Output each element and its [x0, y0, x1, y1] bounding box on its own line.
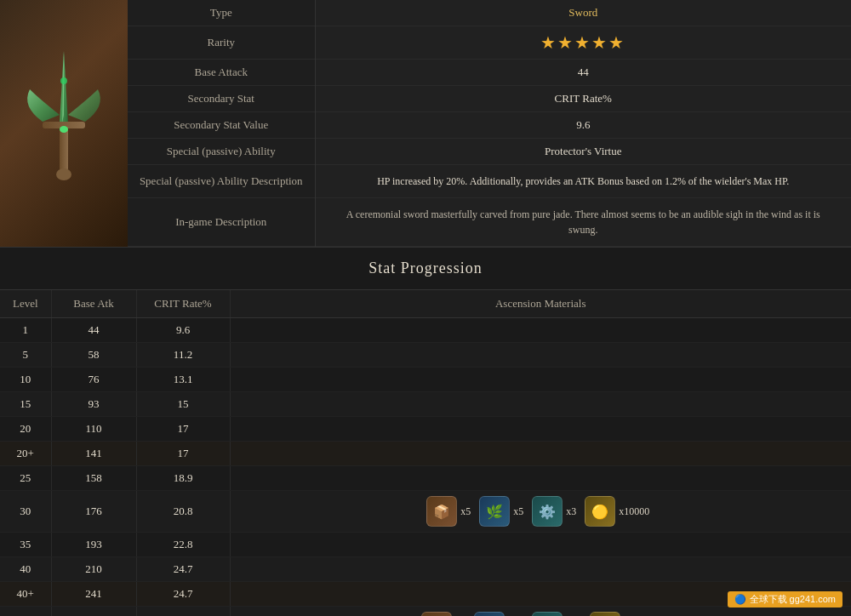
table-row: 159315: [0, 392, 851, 417]
cell-level: 40: [0, 557, 51, 582]
svg-point-6: [60, 126, 68, 133]
rarity-row: Rarity ★★★★★: [128, 26, 851, 60]
secondary-stat-value: CRIT Rate%: [315, 86, 851, 112]
cell-level: 10: [0, 368, 51, 392]
secondary-stat-value-value: 9.6: [315, 112, 851, 139]
cell-atk: 110: [51, 417, 136, 442]
svg-rect-4: [60, 128, 68, 171]
cell-level: 20+: [0, 442, 51, 466]
material-icon: 🟡: [590, 612, 620, 616]
table-row: 2011017: [0, 417, 851, 442]
cell-crit: 17: [136, 442, 230, 466]
cell-atk: 93: [51, 392, 136, 417]
special-ability-label: Special (passive) Ability: [128, 139, 315, 165]
progression-table: Level Base Atk CRIT Rate% Ascension Mate…: [0, 290, 851, 616]
header-ascension: Ascension Materials: [230, 290, 851, 318]
material-icon: 🟡: [585, 496, 615, 527]
cell-crit: 18.9: [136, 466, 230, 491]
material-count: x3: [566, 505, 576, 518]
table-row: 40+24124.7: [0, 582, 851, 607]
material-icon: 🌿: [474, 612, 505, 616]
table-row: 1449.6: [0, 318, 851, 343]
watermark: 🔵 全球下载 gg241.com: [728, 591, 842, 607]
cell-level: 1: [0, 318, 51, 343]
special-ability-value: Protector's Virtue: [315, 139, 851, 165]
cell-level: 25: [0, 466, 51, 491]
cell-atk: 176: [51, 491, 136, 533]
stat-progression-title: Stat Progression: [0, 248, 851, 290]
material-icon: 🌿: [479, 496, 510, 527]
cell-materials: 📦x5🌿x18⚙️x12🟡x20000: [230, 607, 851, 617]
cell-materials: [230, 533, 851, 557]
cell-level: 45: [0, 607, 51, 617]
cell-materials: [230, 442, 851, 466]
cell-materials: [230, 343, 851, 368]
secondary-stat-label: Secondary Stat: [128, 86, 315, 112]
material-count: x10000: [619, 505, 649, 518]
svg-point-3: [60, 77, 67, 84]
material-count: x5: [513, 505, 523, 518]
base-attack-value: 44: [315, 60, 851, 86]
special-ability-desc-row: Special (passive) Ability Description HP…: [128, 165, 851, 198]
cell-crit: 15: [136, 392, 230, 417]
table-header-row: Level Base Atk CRIT Rate% Ascension Mate…: [0, 290, 851, 318]
cell-level: 35: [0, 533, 51, 557]
cell-materials: [230, 417, 851, 442]
special-ability-row: Special (passive) Ability Protector's Vi…: [128, 139, 851, 165]
type-row: Type Sword: [128, 0, 851, 26]
cell-crit: 24.7: [136, 582, 230, 607]
cell-materials: 📦x5🌿x5⚙️x3🟡x10000: [230, 491, 851, 533]
secondary-stat-row: Secondary Stat CRIT Rate%: [128, 86, 851, 112]
table-row: 4021024.7: [0, 557, 851, 582]
cell-crit: 22.8: [136, 533, 230, 557]
header-crit-rate: CRIT Rate%: [136, 290, 230, 318]
type-label: Type: [128, 0, 315, 26]
material-icon: ⚙️: [532, 612, 563, 616]
cell-atk: 210: [51, 557, 136, 582]
table-row: 20+14117: [0, 442, 851, 466]
base-attack-row: Base Attack 44: [128, 60, 851, 86]
in-game-desc-value: A ceremonial sword masterfully carved fr…: [315, 198, 851, 247]
secondary-stat-value-label: Secondary Stat Value: [128, 112, 315, 139]
cell-atk: 258: [51, 607, 136, 617]
cell-atk: 241: [51, 582, 136, 607]
header-level: Level: [0, 290, 51, 318]
rarity-stars: ★★★★★: [315, 26, 851, 60]
table-row: 3519322.8: [0, 533, 851, 557]
watermark-text: 🔵 全球下载 gg241.com: [734, 594, 836, 604]
stat-progression-section: Stat Progression Level Base Atk CRIT Rat…: [0, 248, 851, 616]
cell-crit: 13.1: [136, 368, 230, 392]
cell-crit: 17: [136, 417, 230, 442]
cell-materials: [230, 557, 851, 582]
table-row: 107613.1: [0, 368, 851, 392]
cell-materials: [230, 392, 851, 417]
special-ability-desc-label: Special (passive) Ability Description: [128, 165, 315, 198]
cell-atk: 158: [51, 466, 136, 491]
cell-atk: 141: [51, 442, 136, 466]
material-icon: 📦: [426, 496, 457, 527]
cell-atk: 76: [51, 368, 136, 392]
weapon-info-section: Type Sword Rarity ★★★★★ Base Attack 44 S…: [0, 0, 851, 248]
cell-crit: 20.8: [136, 491, 230, 533]
in-game-desc-label: In-game Description: [128, 198, 315, 247]
cell-level: 30: [0, 491, 51, 533]
material-count: x5: [460, 505, 471, 518]
table-row: 4525826.7📦x5🌿x18⚙️x12🟡x20000: [0, 607, 851, 617]
weapon-image-container: [0, 0, 128, 247]
type-value: Sword: [315, 0, 851, 26]
table-row: 55811.2: [0, 343, 851, 368]
cell-level: 15: [0, 392, 51, 417]
table-row: 2515818.9: [0, 466, 851, 491]
material-icon: ⚙️: [532, 496, 563, 527]
cell-level: 40+: [0, 582, 51, 607]
weapon-image: [13, 47, 115, 200]
cell-materials: [230, 466, 851, 491]
svg-point-5: [56, 168, 71, 180]
cell-atk: 44: [51, 318, 136, 343]
cell-atk: 58: [51, 343, 136, 368]
cell-level: 5: [0, 343, 51, 368]
base-attack-label: Base Attack: [128, 60, 315, 86]
secondary-stat-value-row: Secondary Stat Value 9.6: [128, 112, 851, 139]
special-ability-desc-value: HP increased by 20%. Additionally, provi…: [315, 165, 851, 198]
cell-materials: [230, 368, 851, 392]
